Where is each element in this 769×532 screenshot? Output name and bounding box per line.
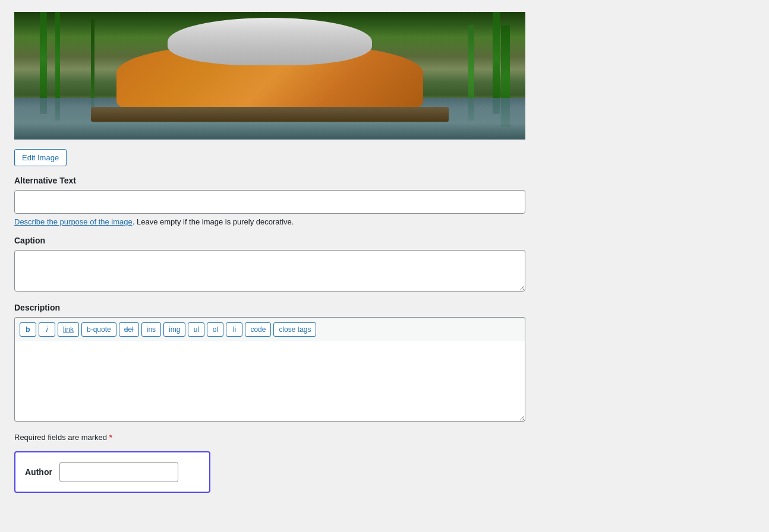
alt-text-hint-link[interactable]: Describe the purpose of the image [14,217,133,226]
author-input[interactable] [59,462,178,482]
alt-text-input[interactable] [14,190,525,214]
image-preview [14,12,525,140]
caption-textarea[interactable] [14,250,525,292]
toolbar-btn-img[interactable]: img [163,322,185,337]
toolbar-btn-code[interactable]: code [245,322,271,337]
toolbar-btn-link[interactable]: link [58,322,79,337]
required-notice: Required fields are marked * [14,433,532,442]
toolbar-btn-bquote[interactable]: b-quote [81,322,116,337]
right-sidebar [547,0,749,532]
edit-image-button[interactable]: Edit Image [14,149,67,166]
toolbar-btn-ol[interactable]: ol [207,322,223,337]
toolbar-btn-ul[interactable]: ul [188,322,204,337]
author-label: Author [25,467,52,477]
alt-text-label: Alternative Text [14,176,532,185]
rock-decoration [91,107,449,122]
toolbar-btn-i[interactable]: i [39,322,55,337]
toolbar-btn-li[interactable]: li [226,322,242,337]
toolbar-btn-del[interactable]: del [119,322,139,337]
tiger-head [168,18,372,65]
alt-text-hint: Describe the purpose of the image. Leave… [14,217,532,226]
reed-decoration [91,18,94,108]
description-label: Description [14,303,532,312]
alt-text-hint-suffix: . Leave empty if the image is purely dec… [133,217,294,226]
description-toolbar: b i link b-quote del ins img ul ol li co… [14,317,525,341]
toolbar-btn-close-tags[interactable]: close tags [273,322,316,337]
caption-section: Caption [14,236,532,293]
toolbar-btn-b[interactable]: b [20,322,36,337]
description-section: Description b i link b-quote del ins img… [14,303,532,423]
alternative-text-section: Alternative Text Describe the purpose of… [14,176,532,226]
toolbar-btn-ins[interactable]: ins [141,322,161,337]
required-notice-text: Required fields are marked [14,433,109,442]
required-star: * [109,433,112,442]
author-section: Author [14,451,210,493]
description-textarea[interactable] [14,341,525,422]
caption-label: Caption [14,236,532,245]
